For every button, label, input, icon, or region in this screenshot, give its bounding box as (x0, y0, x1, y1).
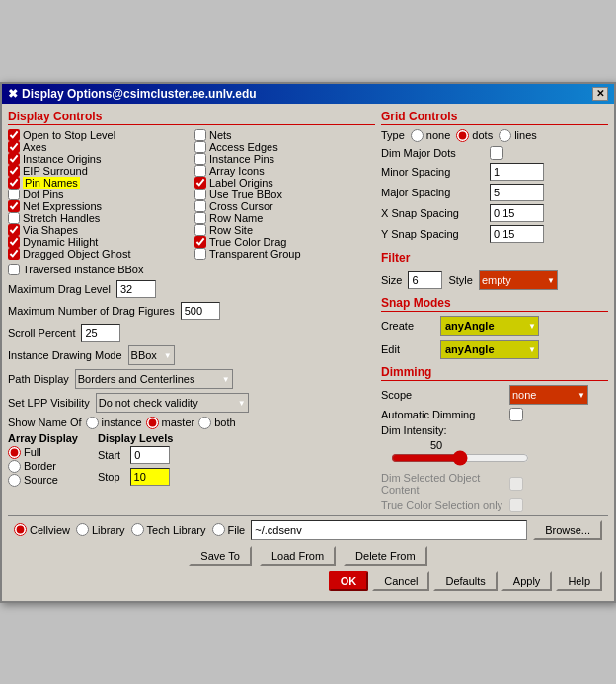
content-area: Display Controls Open to Stop Level Axes (2, 104, 614, 601)
auto-dimming-input[interactable] (509, 408, 523, 421)
lpp-visibility-select[interactable]: Do not check validity (96, 393, 249, 413)
x-snap-input[interactable] (490, 204, 544, 222)
auto-dimming-row: Automatic Dimming (381, 408, 608, 421)
cb-dot-pins-input[interactable] (8, 189, 20, 200)
ok-button[interactable]: OK (329, 571, 369, 591)
radio-file-input[interactable] (212, 523, 225, 536)
dim-selected-input[interactable] (509, 477, 523, 491)
cb-dragged-ghost-input[interactable] (8, 248, 20, 260)
radio-lines-label: lines (514, 129, 537, 141)
apply-button[interactable]: Apply (501, 571, 553, 591)
y-snap-input[interactable] (490, 225, 544, 243)
max-drag-input[interactable] (116, 280, 156, 298)
cb-traversed-bbox-input[interactable] (8, 264, 20, 275)
cb-transparent-group-label: Transparent Group (209, 248, 301, 260)
cb-traversed-bbox-label: Traversed instance BBox (23, 264, 143, 275)
cb-use-true-bbox-input[interactable] (194, 189, 206, 200)
cb-dynamic-hilight-input[interactable] (8, 236, 20, 248)
minor-spacing-input[interactable] (490, 163, 544, 181)
path-display-dropdown-wrapper: Borders and Centerlines (75, 369, 233, 389)
cb-row-name-label: Row Name (209, 212, 263, 224)
cb-use-true-bbox-label: Use True BBox (209, 189, 282, 200)
close-button[interactable]: ✕ (592, 87, 608, 101)
cb-instance-origins-input[interactable] (8, 153, 20, 165)
radio-source-label: Source (24, 474, 58, 486)
cb-axes-label: Axes (23, 141, 46, 153)
cb-cross-cursor: Cross Cursor (194, 200, 375, 212)
cb-dot-pins-label: Dot Pins (23, 189, 64, 200)
cb-instance-pins-input[interactable] (194, 153, 206, 165)
instance-drawing-dropdown-wrapper: BBox (128, 345, 175, 365)
scroll-percent-row: Scroll Percent (8, 324, 375, 342)
grid-type-row: Type none dots lines (381, 129, 608, 142)
cb-net-expressions-input[interactable] (8, 200, 20, 212)
stop-input[interactable] (130, 468, 170, 486)
radio-both-input[interactable] (198, 417, 211, 429)
radio-border-input[interactable] (8, 460, 21, 473)
snap-create-select[interactable]: anyAngle diagonal orthogonal Manhattan (440, 316, 539, 336)
x-snap-label: X Snap Spacing (381, 207, 490, 219)
defaults-button[interactable]: Defaults (433, 571, 497, 591)
cb-pin-names-input[interactable] (8, 177, 20, 189)
radio-tech-library-input[interactable] (131, 523, 144, 536)
radio-instance-input[interactable] (86, 417, 99, 429)
path-display-select[interactable]: Borders and Centerlines (75, 369, 233, 389)
cb-nets-input[interactable] (194, 129, 206, 141)
delete-from-button[interactable]: Delete From (344, 546, 427, 566)
cb-true-color-drag-input[interactable] (194, 236, 206, 248)
cb-access-edges-input[interactable] (194, 141, 206, 153)
snap-edit-select[interactable]: anyAngle diagonal orthogonal Manhattan (440, 340, 539, 359)
dim-major-dots-input[interactable] (490, 146, 503, 160)
help-button[interactable]: Help (556, 571, 602, 591)
radio-cellview-input[interactable] (14, 523, 27, 536)
dim-scope-select[interactable]: none all selected (509, 385, 588, 405)
cb-stretch-handles-input[interactable] (8, 212, 20, 224)
dim-intensity-slider[interactable] (391, 451, 529, 465)
right-panel: Grid Controls Type none dots lines (381, 110, 608, 515)
max-drag-figures-input[interactable] (181, 302, 220, 320)
cb-dragged-ghost-label: Dragged Object Ghost (23, 248, 130, 260)
radio-full-input[interactable] (8, 446, 21, 459)
cb-via-shapes-input[interactable] (8, 224, 20, 236)
radio-dots-input[interactable] (456, 129, 469, 142)
snap-create-row: Create anyAngle diagonal orthogonal Manh… (381, 316, 608, 336)
cb-open-stop-input[interactable] (8, 129, 20, 141)
cb-open-stop: Open to Stop Level (8, 129, 189, 141)
cb-row-site-input[interactable] (194, 224, 206, 236)
radio-library-input[interactable] (76, 523, 89, 536)
cb-row-name-input[interactable] (194, 212, 206, 224)
cancel-button[interactable]: Cancel (372, 571, 429, 591)
cb-transparent-group-input[interactable] (194, 248, 206, 260)
filter-size-input[interactable] (408, 271, 442, 289)
cb-array-icons-input[interactable] (194, 165, 206, 177)
scroll-percent-input[interactable] (81, 324, 120, 342)
browse-button[interactable]: Browse... (533, 520, 602, 540)
major-spacing-input[interactable] (490, 184, 544, 201)
filter-size-label: Size (381, 274, 402, 286)
cb-label-origins-input[interactable] (194, 177, 206, 189)
cb-true-color-drag: True Color Drag (194, 236, 375, 248)
start-input[interactable] (130, 446, 170, 464)
radio-master-input[interactable] (146, 417, 159, 429)
path-input[interactable] (251, 520, 527, 540)
radio-lines-input[interactable] (499, 129, 511, 142)
cb-dynamic-hilight-label: Dynamic Hilight (23, 236, 98, 248)
radio-both: both (198, 417, 235, 429)
dialog-buttons-row: OK Cancel Defaults Apply Help (14, 571, 602, 591)
save-to-button[interactable]: Save To (189, 546, 252, 566)
load-from-button[interactable]: Load From (260, 546, 336, 566)
snap-edit-dropdown-wrapper: anyAngle diagonal orthogonal Manhattan (440, 340, 539, 359)
true-color-input[interactable] (509, 498, 523, 512)
cb-axes-input[interactable] (8, 141, 20, 153)
filter-style-select[interactable]: empty solid dashed (479, 270, 558, 290)
instance-drawing-row: Instance Drawing Mode BBox (8, 345, 375, 365)
cb-access-edges: Access Edges (194, 141, 375, 153)
instance-drawing-select[interactable]: BBox (128, 345, 175, 365)
cb-eip-surround-input[interactable] (8, 165, 20, 177)
cb-axes: Axes (8, 141, 189, 153)
cb-label-origins-label: Label Origins (209, 177, 273, 189)
radio-source-input[interactable] (8, 474, 21, 487)
cb-cross-cursor-input[interactable] (194, 200, 206, 212)
radio-none-input[interactable] (411, 129, 424, 142)
display-levels-title: Display Levels (98, 432, 173, 444)
